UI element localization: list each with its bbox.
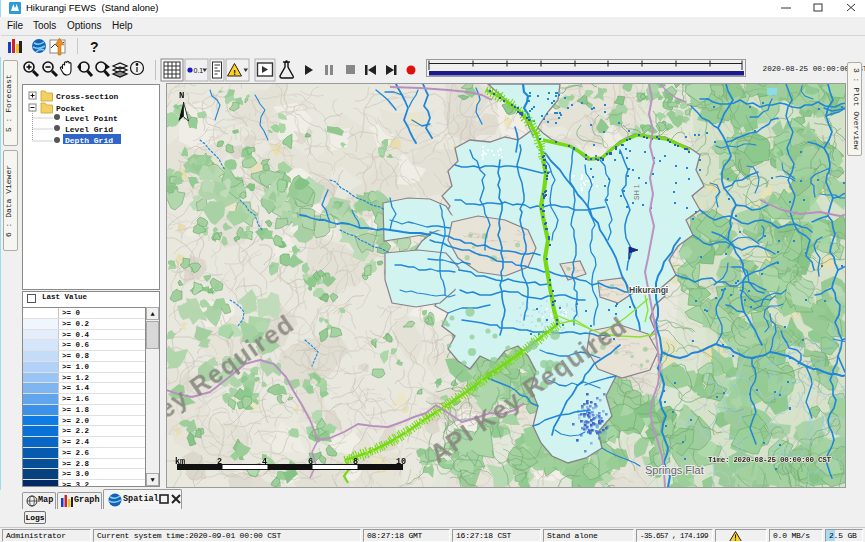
svg-text:Springs Flat: Springs Flat	[645, 464, 704, 476]
svg-text:?: ?	[90, 39, 99, 55]
svg-text:SH 1: SH 1	[633, 184, 640, 200]
svg-text:!: !	[233, 68, 236, 77]
svg-text:Pocket: Pocket	[56, 104, 85, 113]
svg-text:N: N	[179, 91, 184, 101]
svg-text:Level Grid: Level Grid	[65, 125, 113, 134]
svg-text:0.1: 0.1	[194, 67, 204, 74]
svg-text:Time: 2020-08-25 00:00:00 CST: Time: 2020-08-25 00:00:00 CST	[708, 456, 831, 464]
svg-text:Level Point: Level Point	[65, 114, 118, 123]
svg-text:Depth Grid: Depth Grid	[65, 136, 113, 145]
svg-text:Cross-section: Cross-section	[56, 92, 119, 101]
svg-text:Hikurangi: Hikurangi	[629, 285, 668, 295]
